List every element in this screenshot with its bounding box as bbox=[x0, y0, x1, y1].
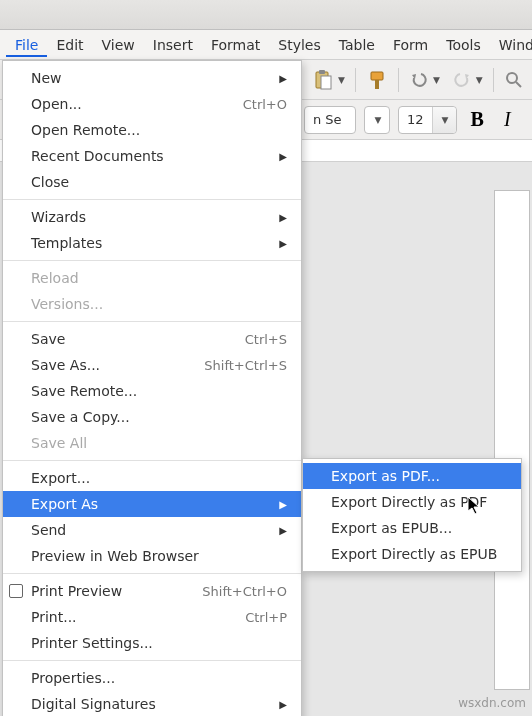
submenu-arrow-icon: ▶ bbox=[279, 73, 287, 84]
menu-item-templates[interactable]: Templates▶ bbox=[3, 230, 301, 256]
chevron-down-icon: ▼ bbox=[373, 115, 382, 125]
svg-rect-2 bbox=[321, 76, 331, 89]
submenu-arrow-icon: ▶ bbox=[279, 151, 287, 162]
menu-styles[interactable]: Styles bbox=[269, 33, 329, 57]
menu-item-new[interactable]: New▶ bbox=[3, 65, 301, 91]
menu-tools[interactable]: Tools bbox=[437, 33, 490, 57]
font-size-value: 12 bbox=[399, 112, 432, 127]
submenu-arrow-icon: ▶ bbox=[279, 525, 287, 536]
menu-file[interactable]: File bbox=[6, 33, 47, 57]
chevron-down-icon: ▼ bbox=[336, 75, 345, 85]
menu-item-export-as-pdf[interactable]: Export as PDF... bbox=[303, 463, 521, 489]
font-name-combo[interactable]: n Se bbox=[304, 106, 356, 134]
separator bbox=[493, 68, 494, 92]
menu-item-wizards[interactable]: Wizards▶ bbox=[3, 204, 301, 230]
svg-line-6 bbox=[516, 82, 521, 87]
chevron-down-icon: ▼ bbox=[431, 75, 440, 85]
paste-button[interactable]: ▼ bbox=[310, 67, 347, 93]
menu-item-save-copy[interactable]: Save a Copy... bbox=[3, 404, 301, 430]
menu-item-printer-settings[interactable]: Printer Settings... bbox=[3, 630, 301, 656]
font-size-combo[interactable]: 12 ▼ bbox=[398, 106, 457, 134]
menu-item-print-preview[interactable]: Print PreviewShift+Ctrl+O bbox=[3, 578, 301, 604]
submenu-arrow-icon: ▶ bbox=[279, 699, 287, 710]
menu-window[interactable]: Window bbox=[490, 33, 532, 57]
svg-rect-3 bbox=[371, 72, 383, 80]
svg-rect-1 bbox=[319, 70, 325, 74]
menu-edit[interactable]: Edit bbox=[47, 33, 92, 57]
menu-item-properties[interactable]: Properties... bbox=[3, 665, 301, 691]
watermark: wsxdn.com bbox=[458, 696, 526, 710]
menu-item-export-directly-pdf[interactable]: Export Directly as PDF bbox=[303, 489, 521, 515]
menu-item-save-remote[interactable]: Save Remote... bbox=[3, 378, 301, 404]
font-name-dropdown[interactable]: ▼ bbox=[364, 106, 390, 134]
menu-item-export-directly-epub[interactable]: Export Directly as EPUB bbox=[303, 541, 521, 567]
chevron-down-icon[interactable]: ▼ bbox=[432, 107, 456, 133]
submenu-arrow-icon: ▶ bbox=[279, 212, 287, 223]
menu-item-open[interactable]: Open...Ctrl+O bbox=[3, 91, 301, 117]
redo-button[interactable]: ▼ bbox=[450, 68, 485, 92]
menu-item-export-as[interactable]: Export As▶ bbox=[3, 491, 301, 517]
checkbox-icon bbox=[9, 584, 23, 598]
menu-item-save-as[interactable]: Save As...Shift+Ctrl+S bbox=[3, 352, 301, 378]
menubar: File Edit View Insert Format Styles Tabl… bbox=[0, 30, 532, 60]
menu-item-send[interactable]: Send▶ bbox=[3, 517, 301, 543]
chevron-down-icon: ▼ bbox=[474, 75, 483, 85]
menu-form[interactable]: Form bbox=[384, 33, 437, 57]
menu-item-save-all: Save All bbox=[3, 430, 301, 456]
font-name-value: n Se bbox=[305, 112, 350, 127]
menu-table[interactable]: Table bbox=[330, 33, 384, 57]
separator bbox=[3, 321, 301, 322]
separator bbox=[3, 573, 301, 574]
separator bbox=[3, 660, 301, 661]
separator bbox=[398, 68, 399, 92]
window-titlebar bbox=[0, 0, 532, 30]
menu-view[interactable]: View bbox=[93, 33, 144, 57]
menu-item-recent-documents[interactable]: Recent Documents▶ bbox=[3, 143, 301, 169]
separator bbox=[3, 199, 301, 200]
separator bbox=[3, 460, 301, 461]
menu-insert[interactable]: Insert bbox=[144, 33, 202, 57]
menu-item-versions: Versions... bbox=[3, 291, 301, 317]
menu-format[interactable]: Format bbox=[202, 33, 269, 57]
undo-button[interactable]: ▼ bbox=[407, 68, 442, 92]
menu-item-save[interactable]: SaveCtrl+S bbox=[3, 326, 301, 352]
menu-item-export[interactable]: Export... bbox=[3, 465, 301, 491]
menu-item-preview-web[interactable]: Preview in Web Browser bbox=[3, 543, 301, 569]
menu-item-print[interactable]: Print...Ctrl+P bbox=[3, 604, 301, 630]
svg-point-5 bbox=[507, 73, 517, 83]
separator bbox=[355, 68, 356, 92]
menu-item-export-as-epub[interactable]: Export as EPUB... bbox=[303, 515, 521, 541]
menu-item-digital-signatures[interactable]: Digital Signatures▶ bbox=[3, 691, 301, 716]
page bbox=[494, 190, 530, 690]
italic-button[interactable]: I bbox=[498, 108, 517, 131]
file-menu-dropdown: New▶ Open...Ctrl+O Open Remote... Recent… bbox=[2, 60, 302, 716]
clone-formatting-button[interactable] bbox=[364, 67, 390, 93]
find-button[interactable] bbox=[502, 68, 526, 92]
export-as-submenu: Export as PDF... Export Directly as PDF … bbox=[302, 458, 522, 572]
menu-item-open-remote[interactable]: Open Remote... bbox=[3, 117, 301, 143]
bold-button[interactable]: B bbox=[465, 108, 490, 131]
svg-rect-4 bbox=[375, 80, 379, 89]
submenu-arrow-icon: ▶ bbox=[279, 238, 287, 249]
menu-item-close[interactable]: Close bbox=[3, 169, 301, 195]
submenu-arrow-icon: ▶ bbox=[279, 499, 287, 510]
separator bbox=[3, 260, 301, 261]
menu-item-reload: Reload bbox=[3, 265, 301, 291]
